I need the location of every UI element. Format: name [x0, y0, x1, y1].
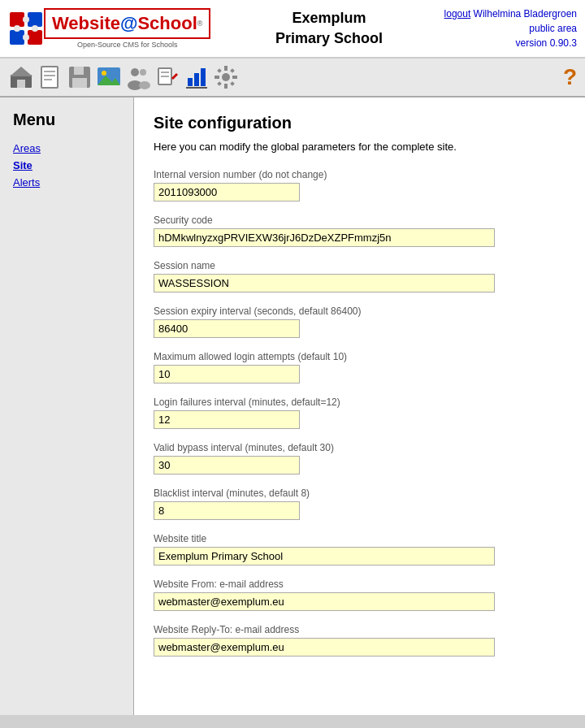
content-area: Site configuration Here you can modify t…	[134, 98, 585, 715]
form-label-8: Website title	[154, 533, 566, 544]
sidebar-item-site[interactable]: Site	[13, 159, 120, 171]
form-field-9: Website From: e-mail address	[154, 578, 566, 611]
sidebar: Menu Areas Site Alerts	[0, 98, 134, 715]
form-label-6: Valid bypass interval (minutes, default …	[154, 442, 566, 453]
svg-point-7	[23, 34, 29, 41]
sidebar-item-areas[interactable]: Areas	[13, 142, 120, 154]
logo-subtitle: Open-Source CMS for Schools	[44, 41, 210, 49]
chart-icon[interactable]	[184, 64, 210, 90]
form-field-6: Valid bypass interval (minutes, default …	[154, 442, 566, 474]
save-icon[interactable]	[67, 64, 93, 90]
svg-point-24	[139, 81, 150, 89]
svg-rect-12	[44, 71, 55, 72]
svg-rect-27	[161, 76, 169, 77]
form-input-7[interactable]	[154, 501, 300, 520]
svg-rect-39	[230, 68, 235, 73]
form-label-1: Security code	[154, 214, 566, 226]
sidebar-title: Menu	[13, 110, 120, 129]
main-layout: Menu Areas Site Alerts Site configuratio…	[0, 98, 585, 715]
form-input-6[interactable]	[154, 456, 300, 474]
form-label-10: Website Reply-To: e-mail address	[154, 624, 566, 635]
form-input-10[interactable]	[154, 638, 495, 656]
username-display: Wilhelmina Bladergroen	[474, 8, 577, 20]
svg-rect-30	[194, 73, 199, 86]
svg-rect-13	[44, 75, 55, 76]
help-icon[interactable]: ?	[563, 64, 577, 90]
svg-point-6	[32, 25, 38, 32]
svg-point-19	[102, 71, 106, 76]
svg-point-4	[23, 16, 29, 23]
logo-at-text: @	[120, 13, 137, 34]
version-text: version 0.90.3	[516, 37, 577, 49]
svg-rect-36	[214, 76, 219, 79]
form-field-2: Session name	[154, 260, 566, 292]
svg-rect-3	[28, 30, 42, 45]
svg-rect-29	[188, 78, 193, 86]
form-label-7: Blacklist interval (minutes, default 8)	[154, 488, 566, 499]
form-label-3: Session expiry interval (seconds, defaul…	[154, 306, 566, 317]
svg-rect-16	[74, 67, 84, 75]
svg-rect-11	[41, 67, 58, 88]
page-icon[interactable]	[37, 64, 63, 90]
logo-website-text: Website	[52, 13, 120, 34]
form-input-5[interactable]	[154, 410, 300, 429]
page-description: Here you can modify the global parameter…	[154, 141, 566, 153]
image-icon[interactable]	[96, 64, 122, 90]
logo-puzzle-icon	[8, 11, 44, 46]
user-area: logout Wilhelmina Bladergroen public are…	[414, 6, 577, 50]
logo-box: Website@School®	[44, 8, 210, 39]
svg-rect-10	[17, 80, 25, 88]
logo-school-text: School	[137, 13, 197, 34]
form-field-3: Session expiry interval (seconds, defaul…	[154, 306, 566, 338]
svg-point-23	[140, 69, 146, 76]
form-label-5: Login failures interval (minutes, defaul…	[154, 396, 566, 408]
home-icon[interactable]	[8, 64, 34, 90]
svg-rect-38	[217, 68, 222, 73]
svg-point-5	[14, 25, 20, 32]
svg-rect-14	[44, 79, 52, 80]
svg-rect-41	[230, 81, 235, 86]
users-icon[interactable]	[125, 64, 151, 90]
logo-registered: ®	[197, 20, 203, 28]
svg-point-21	[131, 68, 139, 76]
svg-rect-1	[28, 12, 42, 27]
form-field-10: Website Reply-To: e-mail address	[154, 624, 566, 656]
logout-link[interactable]: logout	[444, 8, 471, 20]
edit-icon[interactable]	[154, 64, 180, 90]
form-input-8[interactable]	[154, 547, 495, 566]
form-input-2[interactable]	[154, 274, 495, 292]
form-input-1[interactable]	[154, 228, 495, 247]
svg-rect-26	[161, 72, 169, 73]
form-label-2: Session name	[154, 260, 566, 271]
form-field-7: Blacklist interval (minutes, default 8)	[154, 488, 566, 520]
form-input-4[interactable]	[154, 365, 300, 384]
page-title: Site configuration	[154, 114, 566, 132]
form-label-9: Website From: e-mail address	[154, 578, 566, 590]
svg-rect-37	[232, 76, 237, 79]
svg-rect-40	[217, 81, 222, 86]
form-input-3[interactable]	[154, 319, 300, 338]
sidebar-item-alerts[interactable]: Alerts	[13, 176, 120, 188]
svg-rect-17	[72, 78, 87, 88]
form-field-5: Login failures interval (minutes, defaul…	[154, 396, 566, 429]
form-label-0: Internal version number (do not change)	[154, 169, 566, 180]
form-label-4: Maximum allowed login attempts (default …	[154, 351, 566, 362]
form-input-9[interactable]	[154, 592, 495, 611]
svg-rect-34	[224, 66, 228, 71]
svg-rect-2	[10, 30, 24, 45]
form-field-4: Maximum allowed login attempts (default …	[154, 351, 566, 384]
header: Website@School® Open-Source CMS for Scho…	[0, 0, 585, 58]
form-field-0: Internal version number (do not change)	[154, 169, 566, 202]
toolbar: ?	[0, 58, 585, 98]
user-public-area: public area	[529, 23, 577, 34]
fields-container: Internal version number (do not change)S…	[154, 169, 566, 656]
svg-marker-28	[171, 73, 178, 80]
svg-rect-0	[10, 12, 24, 27]
svg-rect-35	[224, 84, 228, 89]
settings-icon[interactable]	[213, 64, 239, 90]
logo-area: Website@School® Open-Source CMS for Scho…	[8, 8, 244, 49]
form-input-0[interactable]	[154, 183, 300, 202]
form-field-8: Website title	[154, 533, 566, 566]
svg-point-33	[222, 73, 230, 81]
svg-rect-31	[201, 68, 206, 86]
